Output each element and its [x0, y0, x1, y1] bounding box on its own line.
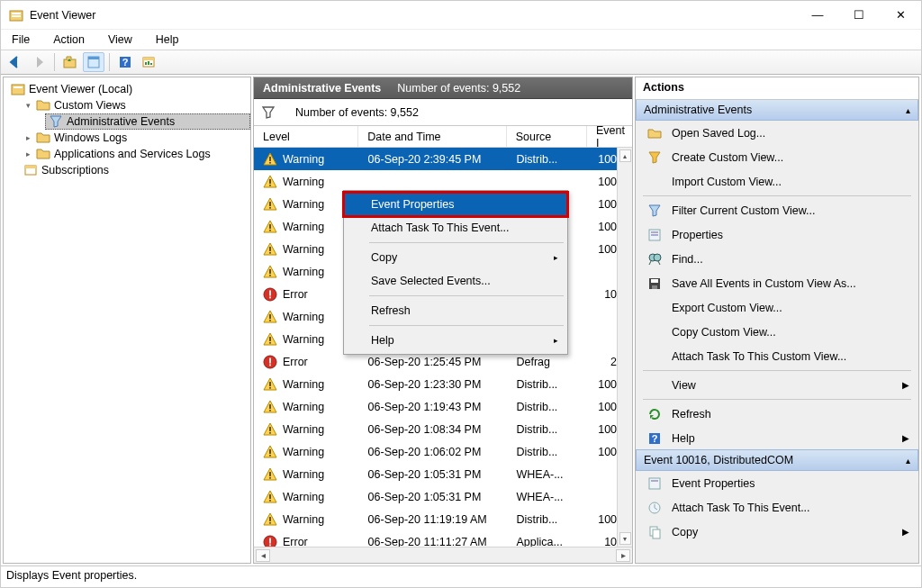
cell-level: Error: [283, 536, 308, 547]
svg-rect-39: [269, 382, 271, 386]
tree-admin-events[interactable]: Administrative Events: [45, 113, 250, 130]
cell-level: Warning: [283, 311, 324, 323]
action-refresh[interactable]: Refresh: [636, 402, 918, 426]
action-label: Export Custom View...: [672, 302, 782, 314]
table-row[interactable]: Warning06-Sep-20 1:23:30 PMDistrib...100…: [254, 373, 632, 395]
events-header-title: Administrative Events: [263, 82, 381, 95]
separator: [643, 370, 911, 371]
close-button[interactable]: ✕: [880, 1, 921, 30]
ctx-event-properties[interactable]: Event Properties: [344, 193, 567, 216]
scroll-up-icon[interactable]: ▴: [619, 149, 631, 162]
svg-rect-14: [14, 86, 23, 88]
action-export-custom-view[interactable]: Export Custom View...: [636, 295, 918, 320]
table-row[interactable]: Warning06-Sep-20 11:19:19 AMDistrib...10…: [254, 508, 632, 530]
warning-icon: [263, 377, 277, 392]
col-event-id[interactable]: Event I: [587, 126, 632, 147]
actions-section-admin[interactable]: Administrative Events ▴: [636, 100, 918, 121]
col-source[interactable]: Source: [507, 126, 587, 147]
menu-help[interactable]: Help: [150, 32, 185, 48]
action-attach-task-event[interactable]: Attach Task To This Event...: [636, 495, 918, 520]
action-filter-custom-view[interactable]: Filter Current Custom View...: [636, 198, 918, 222]
svg-rect-32: [269, 314, 271, 319]
table-row[interactable]: Warning06-Sep-20 1:19:43 PMDistrib...100…: [254, 395, 632, 418]
tree-windows-logs[interactable]: Windows Logs: [20, 130, 250, 146]
table-row[interactable]: Warning06-Sep-20 1:08:34 PMDistrib...100…: [254, 418, 632, 440]
maximize-button[interactable]: ☐: [838, 1, 880, 30]
action-properties[interactable]: Properties: [636, 222, 918, 247]
table-row[interactable]: Error06-Sep-20 11:11:27 AMApplica...100: [254, 530, 632, 547]
ctx-save-selected[interactable]: Save Selected Events...: [344, 269, 567, 293]
menu-action[interactable]: Action: [48, 32, 90, 48]
up-folder-button[interactable]: [59, 52, 81, 72]
action-save-all-events[interactable]: Save All Events in Custom View As...: [636, 271, 918, 295]
svg-rect-51: [269, 517, 271, 521]
table-row[interactable]: Warning06-Sep-20 1:05:31 PMWHEA-...: [254, 463, 632, 485]
ctx-help[interactable]: Help▸: [344, 329, 567, 352]
col-level[interactable]: Level: [254, 126, 358, 147]
action-label: Properties: [672, 229, 723, 241]
warning-icon: [263, 310, 277, 324]
action-import-custom-view[interactable]: Import Custom View...: [636, 169, 918, 194]
action-event-properties[interactable]: Event Properties: [636, 471, 918, 495]
table-row[interactable]: Warning06-Sep-20 2:39:45 PMDistrib...100…: [254, 148, 632, 170]
ctx-copy[interactable]: Copy▸: [344, 246, 567, 269]
scroll-down-icon[interactable]: ▾: [619, 532, 631, 545]
tree-label: Subscriptions: [41, 162, 109, 178]
error-icon: [263, 535, 277, 547]
vertical-scrollbar[interactable]: ▴ ▾: [617, 148, 632, 547]
chevron-right-icon: ▶: [902, 527, 909, 537]
action-open-saved-log[interactable]: Open Saved Log...: [636, 121, 918, 145]
svg-rect-69: [651, 480, 658, 482]
forward-button[interactable]: [28, 52, 50, 72]
action-find[interactable]: Find...: [636, 247, 918, 271]
back-button[interactable]: [5, 52, 26, 72]
cell-level: Warning: [283, 423, 324, 436]
app-icon: [8, 7, 24, 23]
svg-rect-46: [269, 455, 271, 457]
cell-datetime: 06-Sep-20 1:08:34 PM: [359, 423, 508, 436]
scroll-right-icon[interactable]: ▸: [616, 549, 630, 562]
svg-rect-19: [269, 179, 271, 184]
ctx-refresh[interactable]: Refresh: [344, 299, 567, 322]
tree-app-services[interactable]: Applications and Services Logs: [20, 146, 250, 162]
svg-rect-28: [269, 275, 271, 276]
svg-rect-50: [269, 500, 271, 502]
action-copy-custom-view[interactable]: Copy Custom View...: [636, 320, 918, 344]
cell-level: Warning: [283, 243, 324, 256]
properties-button[interactable]: [83, 52, 104, 72]
help-button[interactable]: ?: [114, 52, 136, 72]
action-help[interactable]: ?Help▶: [636, 426, 918, 450]
action-create-custom-view[interactable]: Create Custom View...: [636, 145, 918, 169]
view-events-button[interactable]: [138, 52, 159, 72]
svg-rect-10: [145, 62, 147, 65]
tree-root[interactable]: Event Viewer (Local): [7, 81, 250, 97]
cell-datetime: 06-Sep-20 1:23:30 PM: [359, 378, 508, 391]
cell-level: Error: [283, 288, 308, 301]
ctx-attach-task[interactable]: Attach Task To This Event...: [344, 216, 567, 240]
action-copy-event[interactable]: Copy▶: [636, 520, 918, 544]
col-date-time[interactable]: Date and Time: [358, 126, 506, 147]
svg-rect-52: [269, 522, 271, 524]
chevron-right-icon: ▸: [554, 336, 558, 345]
svg-rect-68: [649, 478, 660, 489]
scroll-left-icon[interactable]: ◂: [256, 549, 270, 562]
table-row[interactable]: Warning06-Sep-20 1:06:02 PMDistrib...100…: [254, 440, 632, 463]
action-label: Refresh: [672, 408, 711, 421]
horizontal-scrollbar[interactable]: ◂ ▸: [254, 547, 632, 563]
action-attach-task-custom-view[interactable]: Attach Task To This Custom View...: [636, 344, 918, 368]
actions-section-event[interactable]: Event 10016, DistributedCOM ▴: [636, 449, 918, 471]
actions-title: Actions: [636, 77, 918, 100]
menu-view[interactable]: View: [103, 32, 138, 48]
minimize-button[interactable]: ―: [797, 1, 838, 30]
cell-level: Warning: [283, 266, 324, 278]
svg-rect-34: [269, 337, 271, 341]
menu-file[interactable]: File: [6, 32, 35, 48]
action-view[interactable]: View▶: [636, 373, 918, 397]
tree-custom-views[interactable]: Custom Views: [20, 97, 250, 113]
tree-label: Applications and Services Logs: [54, 146, 211, 162]
warning-icon: [263, 175, 277, 189]
table-row[interactable]: Warning06-Sep-20 1:05:31 PMWHEA-...: [254, 485, 632, 508]
tree-subscriptions[interactable]: Subscriptions: [20, 162, 250, 178]
svg-rect-1: [12, 13, 21, 14]
cell-datetime: 06-Sep-20 11:19:19 AM: [359, 513, 508, 526]
